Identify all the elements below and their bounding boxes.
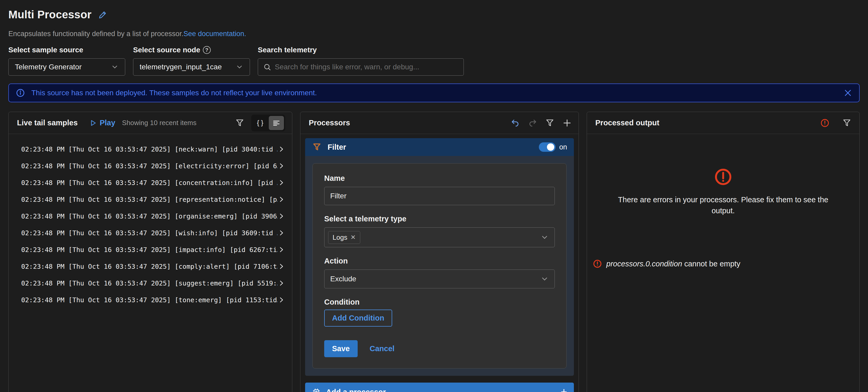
source-node-value: telemetrygen_input_1cae	[140, 63, 222, 71]
processor-name-input[interactable]	[324, 187, 555, 205]
processor-item-filter: Filter on Name	[305, 138, 574, 376]
log-text: 02:23:48 PM [Thu Oct 16 03:53:47 2025] […	[21, 196, 277, 203]
chevron-right-icon	[277, 145, 285, 153]
close-banner-button[interactable]	[843, 88, 852, 97]
play-button[interactable]: Play	[89, 118, 115, 127]
log-row[interactable]: 02:23:48 PM [Thu Oct 16 03:53:47 2025] […	[9, 174, 292, 191]
view-toggle-group: { }	[251, 115, 285, 131]
log-row[interactable]: 02:23:48 PM [Thu Oct 16 03:53:47 2025] […	[9, 158, 292, 174]
add-processor-header-button[interactable]	[562, 118, 572, 128]
redo-button[interactable]	[528, 118, 537, 128]
log-row[interactable]: 02:23:48 PM [Thu Oct 16 03:53:47 2025] […	[9, 241, 292, 258]
log-text: 02:23:48 PM [Thu Oct 16 03:53:47 2025] […	[21, 279, 277, 287]
search-icon	[263, 63, 271, 71]
close-icon	[843, 88, 852, 97]
help-icon[interactable]: ?	[203, 46, 211, 54]
log-text: 02:23:48 PM [Thu Oct 16 03:53:47 2025] […	[21, 145, 277, 153]
add-processor-button[interactable]: Add a processor +	[305, 383, 574, 392]
log-row[interactable]: 02:23:48 PM [Thu Oct 16 03:53:47 2025] […	[9, 225, 292, 241]
log-row[interactable]: 02:23:48 PM [Thu Oct 16 03:53:47 2025] […	[9, 275, 292, 291]
error-status-icon	[820, 118, 830, 128]
processor-filter-header[interactable]: Filter on	[305, 138, 574, 156]
plus-icon	[562, 118, 572, 128]
filter-samples-button[interactable]	[235, 118, 244, 128]
sample-source-control: Select sample source Telemetry Generator	[8, 46, 125, 76]
error-detail-text: cannot be empty	[682, 259, 740, 268]
chevron-down-icon	[540, 275, 549, 283]
funnel-icon	[545, 118, 555, 128]
sample-source-select[interactable]: Telemetry Generator	[8, 58, 125, 76]
chevron-right-icon	[277, 279, 285, 287]
processed-output-title: Processed output	[595, 118, 659, 127]
error-detail-code: processors.0.condition	[606, 259, 682, 268]
error-icon	[593, 259, 602, 269]
toggle-state-label: on	[559, 143, 567, 151]
log-row[interactable]: 02:23:48 PM [Thu Oct 16 03:53:47 2025] […	[9, 191, 292, 208]
deployment-warning-banner: This source has not been deployed. These…	[8, 83, 860, 102]
redo-icon	[528, 118, 537, 128]
error-message: There are errors in your processors. Ple…	[606, 194, 841, 216]
chevron-right-icon	[277, 296, 285, 304]
processors-title: Processors	[309, 118, 350, 127]
log-row[interactable]: 02:23:48 PM [Thu Oct 16 03:53:47 2025] […	[9, 258, 292, 275]
chevron-right-icon	[277, 229, 285, 237]
add-condition-button[interactable]: Add Condition	[324, 310, 392, 327]
undo-button[interactable]	[510, 118, 520, 128]
chevron-down-icon	[236, 63, 243, 71]
action-value: Exclude	[330, 275, 356, 283]
live-tail-title: Live tail samples	[17, 118, 78, 127]
list-view-button[interactable]	[269, 116, 284, 130]
page-description: Encapsulates functionality defined by a …	[8, 30, 183, 38]
telemetry-type-select[interactable]: Logs ✕	[324, 227, 555, 247]
sample-source-label: Select sample source	[8, 46, 83, 54]
source-node-control: Select source node ? telemetrygen_input_…	[133, 46, 250, 76]
json-view-button[interactable]: { }	[253, 116, 268, 130]
log-text: 02:23:48 PM [Thu Oct 16 03:53:47 2025] […	[21, 179, 277, 187]
telemetry-chip: Logs ✕	[328, 231, 360, 244]
filter-processors-button[interactable]	[545, 118, 555, 128]
error-alert-icon	[597, 167, 849, 186]
remove-chip-icon[interactable]: ✕	[350, 234, 355, 241]
chevron-down-icon	[111, 63, 119, 71]
log-row[interactable]: 02:23:48 PM [Thu Oct 16 03:53:47 2025] […	[9, 141, 292, 158]
save-button[interactable]: Save	[324, 340, 358, 357]
filter-output-button[interactable]	[842, 118, 851, 128]
log-row[interactable]: 02:23:48 PM [Thu Oct 16 03:53:47 2025] […	[9, 291, 292, 308]
processor-enabled-toggle[interactable]	[539, 142, 556, 152]
edit-title-button[interactable]	[98, 10, 107, 19]
search-input[interactable]	[275, 63, 458, 71]
page-title: Multi Processor	[8, 8, 92, 21]
error-detail-row: processors.0.condition cannot be empty	[593, 259, 740, 269]
chevron-right-icon	[277, 262, 285, 270]
source-node-label: Select source node	[133, 46, 200, 54]
sample-source-value: Telemetry Generator	[15, 63, 82, 71]
processor-chip-icon	[312, 388, 321, 392]
list-view-icon	[272, 119, 281, 127]
processor-form: Name Select a telemetry type Logs ✕	[305, 156, 574, 376]
condition-field-label: Condition	[324, 298, 555, 306]
log-row[interactable]: 02:23:48 PM [Thu Oct 16 03:53:47 2025] […	[9, 208, 292, 225]
search-telemetry-control: Search telemetry	[258, 46, 464, 76]
info-icon	[16, 88, 25, 97]
log-text: 02:23:48 PM [Thu Oct 16 03:53:47 2025] […	[21, 213, 277, 220]
pencil-icon	[98, 10, 107, 19]
action-select[interactable]: Exclude	[324, 270, 555, 288]
name-field-label: Name	[324, 174, 555, 183]
source-node-select[interactable]: telemetrygen_input_1cae	[133, 58, 250, 76]
processors-panel: Processors	[300, 112, 579, 392]
processed-output-panel: Processed output There are errors in you…	[587, 112, 860, 392]
log-text: 02:23:48 PM [Thu Oct 16 03:53:47 2025] […	[21, 296, 277, 304]
funnel-icon	[842, 118, 851, 128]
telemetry-type-label: Select a telemetry type	[324, 215, 555, 223]
log-list: 02:23:48 PM [Thu Oct 16 03:53:47 2025] […	[9, 134, 292, 308]
log-text: 02:23:48 PM [Thu Oct 16 03:53:47 2025] […	[21, 263, 277, 270]
chevron-right-icon	[277, 212, 285, 220]
chevron-right-icon	[277, 246, 285, 254]
cancel-button[interactable]: Cancel	[370, 344, 395, 353]
page: Multi Processor Encapsulates functionali…	[0, 0, 868, 392]
live-tail-status: Showing 10 recent items	[122, 119, 196, 127]
funnel-icon	[235, 118, 244, 128]
play-icon	[89, 119, 97, 127]
documentation-link[interactable]: See documentation.	[183, 30, 246, 38]
funnel-icon	[312, 142, 322, 152]
